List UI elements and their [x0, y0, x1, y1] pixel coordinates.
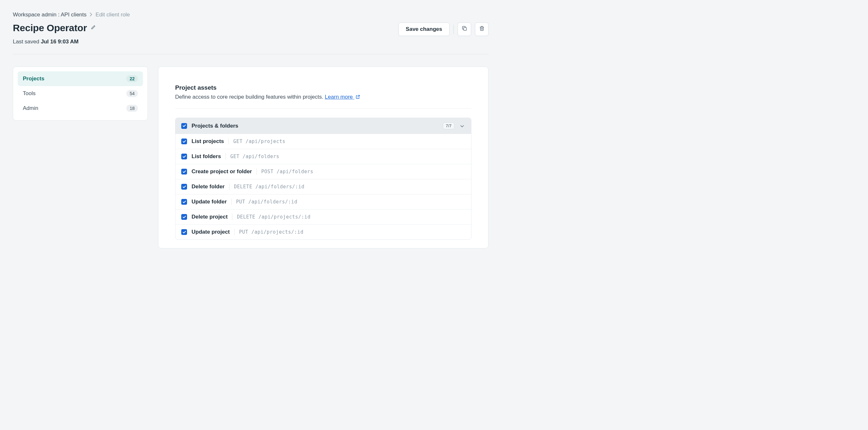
permission-endpoint: DELETE /api/folders/:id	[234, 184, 304, 190]
permission-divider	[228, 138, 229, 145]
permission-endpoint: DELETE /api/projects/:id	[237, 214, 310, 220]
permission-checkbox[interactable]	[181, 229, 187, 235]
edit-icon[interactable]	[91, 25, 96, 31]
sidebar-item-count: 22	[126, 75, 138, 82]
last-saved: Last saved Jul 16 9:03 AM	[13, 38, 489, 45]
sidebar-item-admin[interactable]: Admin 18	[18, 101, 143, 116]
permission-endpoint: PUT /api/projects/:id	[239, 229, 303, 235]
main-panel: Project assets Define access to core rec…	[158, 66, 489, 248]
permission-label: List folders	[191, 153, 221, 160]
permission-divider	[231, 198, 232, 205]
learn-more-link[interactable]: Learn more	[325, 94, 360, 100]
chevron-right-icon	[90, 11, 92, 18]
permission-row: Update folderPUT /api/folders/:id	[176, 194, 471, 209]
permission-checkbox[interactable]	[181, 214, 187, 220]
sidebar-item-count: 18	[126, 105, 138, 112]
group-checkbox[interactable]	[181, 123, 187, 129]
permission-row: Create project or folderPOST /api/folder…	[176, 164, 471, 179]
sidebar-item-label: Tools	[23, 90, 36, 97]
copy-icon	[462, 26, 467, 33]
action-divider	[454, 24, 454, 34]
last-saved-prefix: Last saved	[13, 38, 39, 45]
section-description: Define access to core recipe building fe…	[175, 94, 471, 100]
permission-label: Create project or folder	[191, 168, 252, 175]
section-desc-text: Define access to core recipe building fe…	[175, 94, 323, 100]
permission-divider	[256, 168, 257, 175]
permission-endpoint: GET /api/folders	[230, 154, 280, 159]
sidebar-item-projects[interactable]: Projects 22	[18, 71, 143, 86]
copy-button[interactable]	[458, 23, 471, 36]
permission-label: Update folder	[191, 198, 227, 205]
permission-row: Delete projectDELETE /api/projects/:id	[176, 209, 471, 224]
permission-divider	[232, 214, 232, 220]
save-button[interactable]: Save changes	[399, 23, 450, 36]
permission-row: List projectsGET /api/projects	[176, 134, 471, 149]
permission-endpoint: GET /api/projects	[233, 139, 285, 144]
sidebar-item-label: Projects	[23, 75, 44, 82]
breadcrumb: Workspace admin : API clients Edit clien…	[13, 11, 489, 18]
header-divider	[13, 54, 489, 54]
permission-row: Update projectPUT /api/projects/:id	[176, 224, 471, 239]
sidebar-item-tools[interactable]: Tools 54	[18, 86, 143, 101]
section-divider	[175, 108, 471, 109]
page-title: Recipe Operator	[13, 23, 87, 33]
group-count: 7/7	[443, 122, 455, 129]
permission-divider	[229, 184, 229, 190]
breadcrumb-current: Edit client role	[95, 11, 130, 18]
sidebar-item-count: 54	[126, 90, 138, 97]
permissions-table: Projects & folders 7/7 List projectsGET …	[175, 118, 471, 240]
svg-rect-0	[463, 28, 466, 31]
permission-endpoint: PUT /api/folders/:id	[236, 199, 298, 205]
permission-divider	[234, 229, 235, 235]
permission-checkbox[interactable]	[181, 154, 187, 159]
permission-checkbox[interactable]	[181, 184, 187, 190]
delete-button[interactable]	[475, 23, 489, 36]
external-link-icon	[356, 94, 360, 100]
permission-checkbox[interactable]	[181, 169, 187, 175]
section-title: Project assets	[175, 84, 471, 91]
last-saved-timestamp: Jul 16 9:03 AM	[41, 38, 79, 45]
learn-more-label: Learn more	[325, 94, 353, 100]
breadcrumb-root[interactable]: Workspace admin : API clients	[13, 11, 87, 18]
permission-endpoint: POST /api/folders	[261, 169, 313, 175]
group-label: Projects & folders	[191, 123, 438, 129]
chevron-down-icon[interactable]	[459, 123, 465, 129]
sidebar: Projects 22 Tools 54 Admin 18	[13, 66, 148, 121]
permission-label: Delete folder	[191, 184, 225, 190]
permission-row: List foldersGET /api/folders	[176, 149, 471, 164]
permission-label: Delete project	[191, 214, 227, 220]
permission-row: Delete folderDELETE /api/folders/:id	[176, 179, 471, 194]
permission-label: Update project	[191, 229, 230, 235]
permission-label: List projects	[191, 138, 224, 145]
permission-group-header[interactable]: Projects & folders 7/7	[176, 118, 471, 134]
permission-checkbox[interactable]	[181, 199, 187, 205]
sidebar-item-label: Admin	[23, 105, 38, 112]
trash-icon	[479, 26, 485, 33]
permission-checkbox[interactable]	[181, 139, 187, 144]
